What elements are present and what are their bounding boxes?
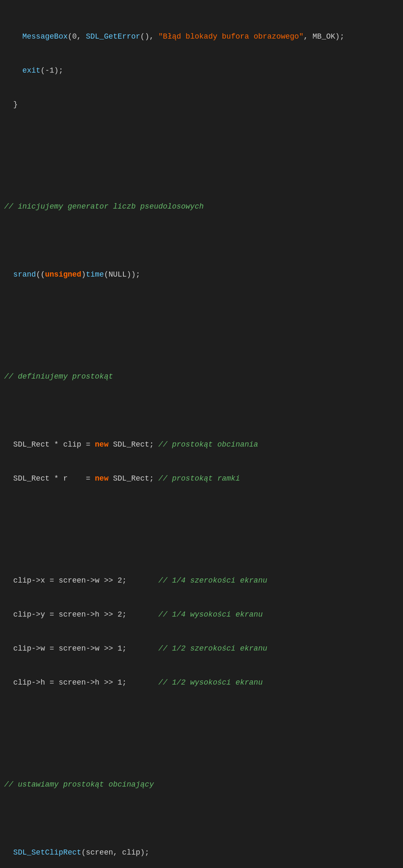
code-line: clip->h = screen->h >> 1; // 1/2 wysokoś… — [4, 677, 399, 688]
code-editor: MessageBox(0, SDL_GetError(), "Błąd blok… — [4, 8, 399, 868]
code-line: } — [4, 99, 399, 110]
code-line — [4, 813, 399, 824]
code-line — [4, 303, 399, 314]
code-line: SDL_Rect * r = new SDL_Rect; // prostoką… — [4, 473, 399, 484]
code-line — [4, 745, 399, 756]
code-line — [4, 337, 399, 348]
code-line: // ustawiamy prostokąt obcinający — [4, 779, 399, 790]
code-line — [4, 235, 399, 246]
code-line — [4, 507, 399, 518]
code-line — [4, 167, 399, 178]
code-line: SDL_SetClipRect(screen, clip); — [4, 847, 399, 858]
code-line: exit(-1); — [4, 65, 399, 76]
code-line — [4, 711, 399, 722]
code-line — [4, 541, 399, 552]
code-line: clip->w = screen->w >> 1; // 1/2 szeroko… — [4, 643, 399, 654]
code-line: SDL_Rect * clip = new SDL_Rect; // prost… — [4, 439, 399, 450]
code-line: MessageBox(0, SDL_GetError(), "Błąd blok… — [4, 31, 399, 42]
code-line: clip->x = screen->w >> 2; // 1/4 szeroko… — [4, 575, 399, 586]
code-line: // definiujemy prostokąt — [4, 371, 399, 382]
code-line: srand((unsigned)time(NULL)); — [4, 269, 399, 280]
code-line — [4, 405, 399, 416]
code-line: clip->y = screen->h >> 2; // 1/4 wysokoś… — [4, 609, 399, 620]
code-line — [4, 133, 399, 144]
code-line: // inicjujemy generator liczb pseudoloso… — [4, 201, 399, 212]
